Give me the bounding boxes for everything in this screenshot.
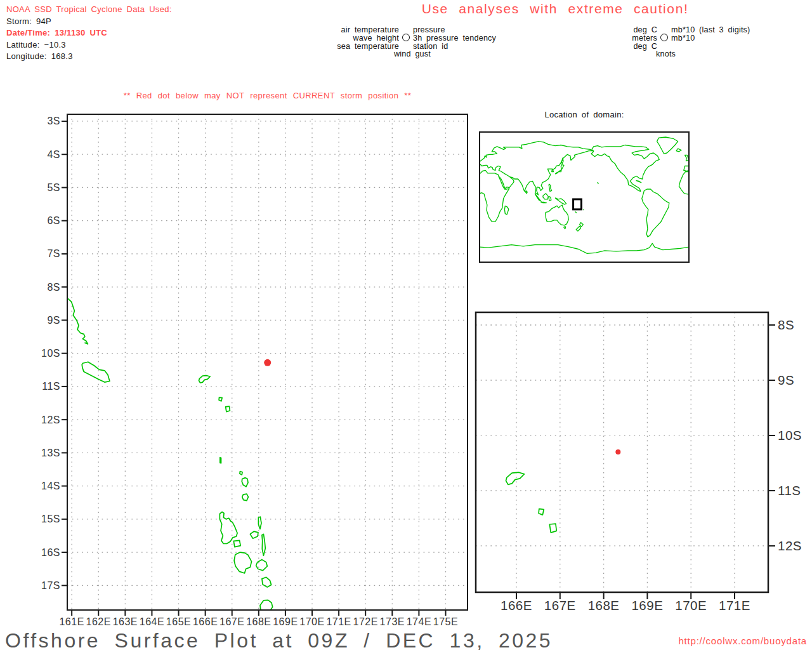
island-malo [233,540,240,547]
svg-text:171E: 171E [326,616,351,627]
island-epi [262,577,272,587]
island-mota [240,472,242,475]
svg-text:6S: 6S [47,215,60,226]
zoom-map-graticule [476,312,768,592]
island-espiritu-santo [219,512,237,543]
svg-text:175E: 175E [433,616,458,627]
maps-layer: 161E162E163E164E165E166E167E168E169E170E… [0,0,812,650]
svg-text:166E: 166E [501,598,532,613]
svg-text:7S: 7S [47,248,60,259]
svg-text:169E: 169E [631,598,663,613]
island-mota [573,632,577,638]
svg-text:165E: 165E [166,616,191,627]
svg-text:167E: 167E [219,616,244,627]
svg-text:11S: 11S [778,483,801,498]
svg-text:164E: 164E [140,616,164,627]
svg-text:163E: 163E [113,616,138,627]
svg-text:16S: 16S [41,547,60,558]
island-maewo [258,517,261,529]
svg-text:10S: 10S [41,348,60,359]
world-coastlines [480,137,689,253]
island-gaua [242,494,249,500]
main-map-ticks [62,121,445,616]
domain-location-box [573,199,582,209]
svg-text:4S: 4S [47,149,60,160]
svg-text:3S: 3S [47,116,60,126]
svg-text:8S: 8S [47,282,60,293]
svg-text:174E: 174E [407,616,431,627]
zoom-map-border [476,312,768,592]
zoom-map-coastlines [291,343,626,650]
svg-text:17S: 17S [41,580,60,591]
island-vanua-lava [242,478,248,487]
island-malakula [234,552,251,573]
svg-text:161E: 161E [59,616,84,627]
svg-text:14S: 14S [41,481,60,491]
svg-text:170E: 170E [299,616,324,627]
island-solomon-coast [67,298,88,344]
island-makira [315,450,360,484]
svg-text:167E: 167E [544,598,576,613]
buoy-plot-page: NOAA SSD Tropical Cyclone Data Used: Sto… [0,0,812,650]
svg-text:162E: 162E [86,616,111,627]
island-makira [82,362,110,382]
zoom-map-storm-position-dot [615,449,620,454]
svg-text:170E: 170E [675,598,707,613]
svg-text:172E: 172E [353,616,378,627]
svg-text:168E: 168E [246,616,271,627]
zoom-map-tick-labels: 166E167E168E169E170E171E8S9S10S11S12S [501,317,802,613]
svg-text:171E: 171E [719,598,750,613]
page-title: Offshore Surface Plot at 09Z / DEC 13, 2… [5,629,553,650]
svg-text:9S: 9S [778,373,794,387]
island-ambrym [256,560,268,571]
island-banks-sliver [220,458,221,463]
island-vanikoro-b [226,406,230,411]
island-vanikoro-a [219,397,222,401]
island-banks-sliver [540,609,542,618]
svg-text:12S: 12S [778,538,802,553]
island-solomon-coast [291,343,324,420]
world-map-border [480,132,689,262]
svg-text:169E: 169E [273,616,298,627]
zoom-map: 166E167E168E169E170E171E8S9S10S11S12S [291,312,802,650]
svg-text:168E: 168E [588,598,620,613]
main-map-tick-labels: 161E162E163E164E165E166E167E168E169E170E… [41,116,458,627]
island-utupua [199,376,211,383]
island-vanua-lava [576,642,586,650]
svg-text:11S: 11S [42,381,60,392]
island-vanikoro-b [549,524,556,533]
main-map-storm-position-dot [264,359,271,366]
source-url-link[interactable]: http://coolwx.com/buoydata [678,635,807,646]
island-aoba [250,531,258,538]
island-pentecost [262,534,265,555]
svg-text:13S: 13S [41,448,60,458]
main-map: 161E162E163E164E165E166E167E168E169E170E… [41,114,468,627]
svg-text:12S: 12S [41,415,60,425]
zoom-map-ticks [516,325,775,599]
svg-text:9S: 9S [47,315,60,326]
svg-text:15S: 15S [41,514,60,524]
main-map-coastlines [67,298,273,612]
svg-text:173E: 173E [380,616,405,627]
world-map-inset [480,132,689,262]
island-vanikoro-a [539,509,544,515]
island-utupua [506,472,525,484]
svg-text:5S: 5S [47,182,60,193]
svg-text:10S: 10S [778,428,802,442]
svg-text:166E: 166E [193,616,218,627]
svg-text:8S: 8S [778,317,794,332]
